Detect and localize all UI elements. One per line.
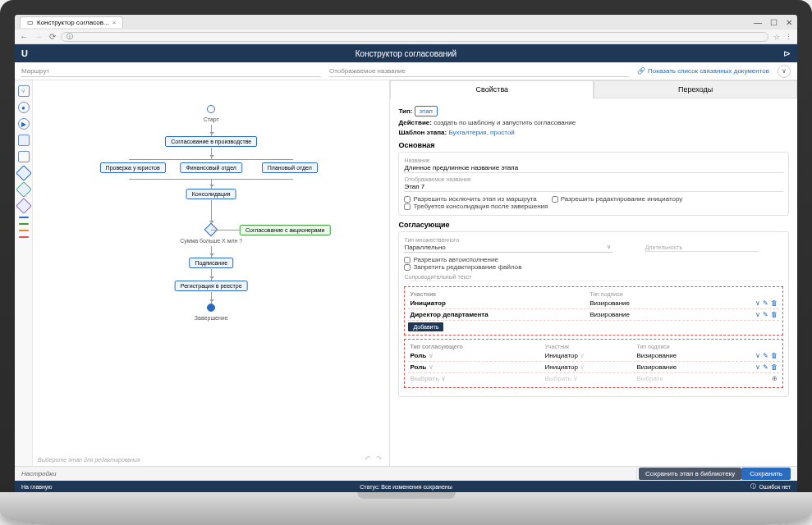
route-name-input[interactable]: Маршрут — [21, 66, 321, 77]
forward-icon[interactable]: → — [34, 32, 43, 41]
add-participant-button[interactable]: Добавить — [408, 322, 443, 331]
chk-edit-initiator[interactable]: Разрешить редактирование инициатору — [552, 195, 683, 203]
flow-icon[interactable]: ⊳ — [783, 48, 791, 59]
main-section-box: Название Длинное предлинное название эта… — [398, 152, 789, 216]
node-production[interactable]: Согласование в производстве — [165, 136, 257, 147]
node-shareholders[interactable]: Согласование с акционерами — [240, 225, 330, 235]
chevron-down-icon[interactable]: ∨ — [755, 352, 760, 359]
duration-input[interactable]: Длительность — [645, 244, 759, 252]
node-end[interactable] — [207, 304, 215, 312]
tool-play-icon[interactable]: ▶ — [18, 118, 30, 130]
mode-label: Тип множественного — [404, 237, 783, 243]
chk-autoexec[interactable]: Разрешить автоисполнение — [404, 256, 498, 263]
t1-r1-participant: Инициатор — [410, 299, 590, 307]
delete-icon[interactable]: 🗑 — [771, 311, 778, 318]
edit-icon[interactable]: ✎ — [763, 311, 768, 318]
window-minimize-icon[interactable]: — — [754, 18, 762, 27]
app-logo[interactable]: U — [21, 48, 28, 58]
settings-link[interactable]: Настройки — [21, 470, 56, 477]
t2-r2-sigtype[interactable]: Визирование — [636, 363, 728, 371]
window-maximize-icon[interactable]: ☐ — [770, 18, 778, 27]
node-register[interactable]: Регистрация в реестре — [175, 281, 248, 291]
bookmark-star-icon[interactable]: ☆ — [773, 33, 780, 41]
tab-transitions[interactable]: Переходы — [594, 80, 797, 98]
linked-docs-link[interactable]: 🔗 Показать список связанных документов — [637, 67, 769, 75]
name-input[interactable]: Длинное предлинное название этапа — [404, 163, 783, 173]
menu-icon[interactable]: ⋮ — [785, 33, 792, 41]
tool-line-red-icon[interactable] — [19, 236, 29, 238]
browser-address-bar: ← → ⟳ ⓘ ☆ ⋮ — [15, 30, 797, 44]
url-input[interactable]: ⓘ — [61, 32, 768, 42]
flowchart-canvas[interactable]: Старт Согласование в производстве Провер… — [33, 80, 389, 466]
chk-exclude[interactable]: Разрешить исключить этап из маршрута — [404, 195, 536, 203]
tool-diamond3-icon[interactable] — [16, 198, 32, 214]
properties-tabs: Свойства Переходы — [390, 80, 797, 98]
display-name-input[interactable]: Отображаемое название — [329, 66, 629, 77]
mode-select[interactable]: Параллельно — [404, 243, 612, 253]
table-row-placeholder[interactable]: Выбрать ∨ Выбрать ∨ Выбрать ⊕ — [408, 373, 779, 384]
chevron-down-icon[interactable]: ∨ — [755, 363, 760, 371]
display-name-input[interactable]: Этап 7 — [404, 182, 783, 192]
chevron-down-icon[interactable]: ∨ — [755, 311, 760, 318]
page-title: Конструктор согласований — [356, 49, 456, 58]
collapse-button[interactable]: ∨ — [778, 65, 791, 78]
chk-consolidation[interactable]: Требуется консолидация после завершения — [404, 203, 548, 210]
t2-r1-role[interactable]: Роль ∨ — [410, 352, 544, 359]
app-header: U Конструктор согласований ⊳ — [15, 44, 797, 62]
t1-r1-sigtype: Визирование — [590, 299, 712, 307]
t2-r1-sigtype[interactable]: Визирование — [636, 352, 728, 359]
template-value[interactable]: Бухгалтерия, простой — [448, 129, 514, 136]
t2-h1: Тип согласующего — [410, 344, 544, 349]
undo-icon[interactable]: ↶ — [365, 454, 371, 463]
tool-line-orange-icon[interactable] — [19, 230, 29, 231]
edit-icon[interactable]: ✎ — [763, 352, 768, 359]
node-finance[interactable]: Финансовый отдел — [180, 162, 241, 173]
action-label: Действие: — [398, 119, 431, 126]
browser-tab[interactable]: ▭ Конструктор согласов... × — [20, 16, 123, 28]
t1-h2: Тип подписи — [590, 291, 712, 297]
approvers-box: Тип множественного Параллельно Длительно… — [398, 231, 789, 397]
section-approvers: Согласующие — [398, 221, 789, 229]
add-row-icon[interactable]: ⊕ — [772, 375, 778, 382]
node-consolidation[interactable]: Консолидация — [186, 189, 236, 199]
chk-noedit-files[interactable]: Запретить редактирование файлов — [404, 263, 521, 271]
node-sign[interactable]: Подписание — [189, 258, 233, 268]
save-button[interactable]: Сохранить — [741, 468, 791, 480]
tab-properties[interactable]: Свойства — [390, 80, 594, 98]
chevron-down-icon[interactable]: ∨ — [755, 299, 760, 307]
tool-rect2-icon[interactable] — [18, 151, 30, 162]
node-plan[interactable]: Плановый отдел — [262, 162, 318, 173]
node-start[interactable] — [207, 105, 215, 113]
close-tab-icon[interactable]: × — [112, 19, 117, 26]
t2-r2-participant[interactable]: Инициатор ∨ — [545, 363, 637, 371]
delete-icon[interactable]: 🗑 — [771, 352, 778, 359]
back-icon[interactable]: ← — [20, 32, 28, 41]
t1-r2-participant: Директор департамента — [410, 311, 590, 318]
edit-icon[interactable]: ✎ — [763, 299, 768, 307]
tool-rect-icon[interactable] — [18, 135, 30, 146]
tool-branch-icon[interactable]: ⑂ — [18, 85, 30, 97]
info-icon[interactable]: ⓘ — [67, 32, 73, 41]
delete-icon[interactable]: 🗑 — [771, 299, 778, 307]
tool-diamond-icon[interactable] — [16, 165, 32, 181]
save-to-library-button[interactable]: Сохранить этап в библиотеку — [639, 468, 741, 480]
window-close-icon[interactable]: ✕ — [786, 18, 792, 27]
t2-r1-participant[interactable]: Инициатор ∨ — [545, 352, 637, 359]
tool-diamond2-icon[interactable] — [16, 181, 32, 198]
home-link[interactable]: На главную — [21, 484, 53, 490]
canvas-hint: Выберите этап для редактирования — [38, 457, 140, 463]
edit-icon[interactable]: ✎ — [763, 363, 768, 371]
node-end-label: Завершение — [195, 315, 228, 321]
tool-line-blue-icon[interactable] — [19, 217, 29, 218]
tool-line-green-icon[interactable] — [19, 223, 29, 225]
delete-icon[interactable]: 🗑 — [771, 363, 778, 371]
status-text: Статус: Все изменения сохранены — [360, 484, 452, 490]
node-legal[interactable]: Проверка у юристов — [100, 162, 166, 173]
t2-r2-role[interactable]: Роль ∨ — [410, 363, 544, 371]
tab-title: Конструктор согласов... — [37, 19, 109, 26]
errors-indicator[interactable]: ⓘ Ошибок нет — [750, 482, 791, 491]
tool-circle-icon[interactable]: ● — [18, 102, 30, 113]
redo-icon[interactable]: ↷ — [376, 454, 383, 463]
template-label: Шаблон этапа: — [398, 129, 447, 136]
reload-icon[interactable]: ⟳ — [49, 32, 56, 41]
